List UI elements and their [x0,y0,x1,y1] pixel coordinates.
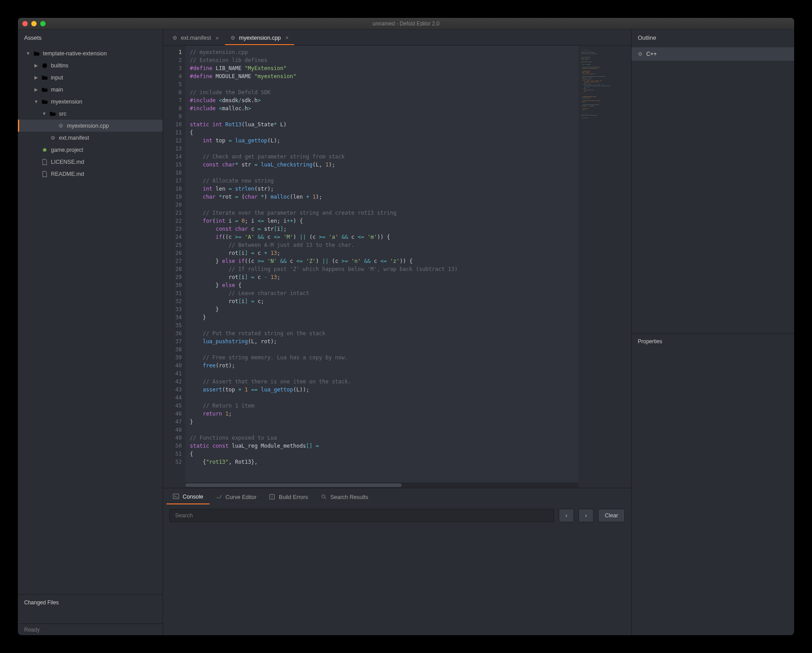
folder-icon [41,86,48,93]
chevron-icon: ▼ [42,111,46,116]
gear-icon [49,134,56,141]
tree-item-label: builtins [51,62,68,69]
tree-item-input[interactable]: ▶input [18,71,163,83]
chevron-icon: ▼ [34,99,38,104]
folder-icon [33,50,40,57]
tree-item-src[interactable]: ▼src [18,108,163,120]
changed-files-body [18,610,163,624]
folder-icon [49,110,56,117]
status-text: Ready [24,627,40,633]
chevron-icon: ▶ [34,63,38,68]
gear-icon [230,35,235,41]
bottom-tab-label: Search Results [331,494,368,500]
horizontal-scrollbar[interactable] [185,482,578,488]
svg-rect-1 [173,494,179,499]
outline-header: Outline [632,29,794,46]
gear-icon [172,35,177,41]
tree-item-builtins[interactable]: ▶builtins [18,59,163,71]
code-view[interactable]: // myextension.cpp// Extension lib defin… [185,46,578,488]
close-icon[interactable]: × [285,34,289,41]
chevron-icon: ▶ [34,75,38,80]
workspace: Assets ▼template-native-extension▶builti… [18,29,794,635]
editor-tabbar: ext.manifest×myextension.cpp× [163,29,631,46]
folder-icon [41,98,48,105]
window-title: unnamed - Defold Editor 2.0 [18,21,794,27]
tab-myextension-cpp[interactable]: myextension.cpp× [225,31,294,45]
puzzle-icon [41,62,48,69]
minimize-window-icon[interactable] [31,21,37,26]
console-search-row: ‹ › Clear [163,504,631,527]
line-gutter: 1234567891011121314151617181920212223242… [163,46,185,488]
assets-tree[interactable]: ▼template-native-extension▶builtins▶inpu… [18,46,163,594]
outline-body: C++ [632,46,794,333]
close-icon[interactable]: × [215,35,219,42]
tree-item-label: ext.manifest [59,135,89,141]
close-window-icon[interactable] [22,21,28,26]
properties-header: Properties [632,333,794,349]
gear-icon [638,51,643,57]
tab-label: myextension.cpp [239,35,281,41]
tab-label: ext.manifest [181,35,211,41]
tree-item-label: myextension.cpp [67,123,109,129]
file-icon [41,158,48,166]
bottom-tab-label: Curve Editor [226,494,256,500]
window-controls [22,21,46,26]
tree-item-label: template-native-extension [43,50,107,57]
minimap[interactable]: // myextension.cpp// Extension lib defin… [578,46,631,488]
bottom-tab-build-errors[interactable]: Build Errors [263,490,314,504]
tree-item-template-native-extension[interactable]: ▼template-native-extension [18,47,163,59]
assets-header: Assets [18,29,163,46]
gear-icon [57,122,64,129]
folder-icon [41,74,48,81]
tree-item-label: input [51,75,63,81]
bottom-tab-curve-editor[interactable]: Curve Editor [209,490,263,504]
search-next-button[interactable]: › [578,509,594,522]
search-clear-button[interactable]: Clear [598,509,625,522]
bottom-tab-label: Build Errors [279,494,308,500]
search-prev-button[interactable]: ‹ [559,509,574,522]
tree-item-label: myextension [51,99,82,105]
errors-icon [269,494,275,501]
right-sidebar: Outline C++ Properties [631,29,794,635]
curve-icon [216,494,222,501]
file-icon [41,171,48,178]
tree-item-label: src [59,111,67,117]
console-icon [173,493,179,501]
tree-item-main[interactable]: ▶main [18,83,163,96]
tree-item-readme-md[interactable]: README.md [18,168,163,180]
search-icon [321,494,327,501]
search-input[interactable] [169,509,554,522]
properties-body [632,349,794,636]
left-sidebar: Assets ▼template-native-extension▶builti… [18,29,163,635]
tab-ext-manifest[interactable]: ext.manifest× [167,31,225,45]
bug-icon [41,146,48,154]
center-column: ext.manifest×myextension.cpp× 1234567891… [163,29,631,635]
tree-item-label: README.md [51,171,84,177]
outline-item[interactable]: C++ [632,47,794,61]
bottom-tab-console[interactable]: Console [167,490,209,504]
chevron-icon: ▶ [34,87,38,92]
titlebar: unnamed - Defold Editor 2.0 [18,18,794,29]
tree-item-myextension-cpp[interactable]: myextension.cpp [18,120,163,132]
tree-item-myextension[interactable]: ▼myextension [18,96,163,108]
status-bar: Ready [18,624,163,635]
bottom-panel: ConsoleCurve EditorBuild ErrorsSearch Re… [163,488,631,635]
changed-files-header: Changed Files [18,594,163,610]
bottom-tab-label: Console [183,494,203,500]
bottom-tab-search-results[interactable]: Search Results [314,490,375,504]
app-window: unnamed - Defold Editor 2.0 Assets ▼temp… [18,18,794,635]
tree-item-label: LICENSE.md [51,159,84,165]
chevron-icon: ▼ [26,51,30,56]
scrollbar-thumb[interactable] [185,483,402,487]
bottom-tabbar: ConsoleCurve EditorBuild ErrorsSearch Re… [163,488,631,504]
zoom-window-icon[interactable] [40,21,46,26]
tree-item-game-project[interactable]: game.project [18,144,163,156]
outline-item-label: C++ [646,51,657,57]
editor-area: 1234567891011121314151617181920212223242… [163,46,631,488]
tree-item-label: main [51,87,63,93]
tree-item-license-md[interactable]: LICENSE.md [18,156,163,168]
svg-point-3 [322,495,325,498]
tree-item-ext-manifest[interactable]: ext.manifest [18,132,163,144]
tree-item-label: game.project [51,147,83,153]
